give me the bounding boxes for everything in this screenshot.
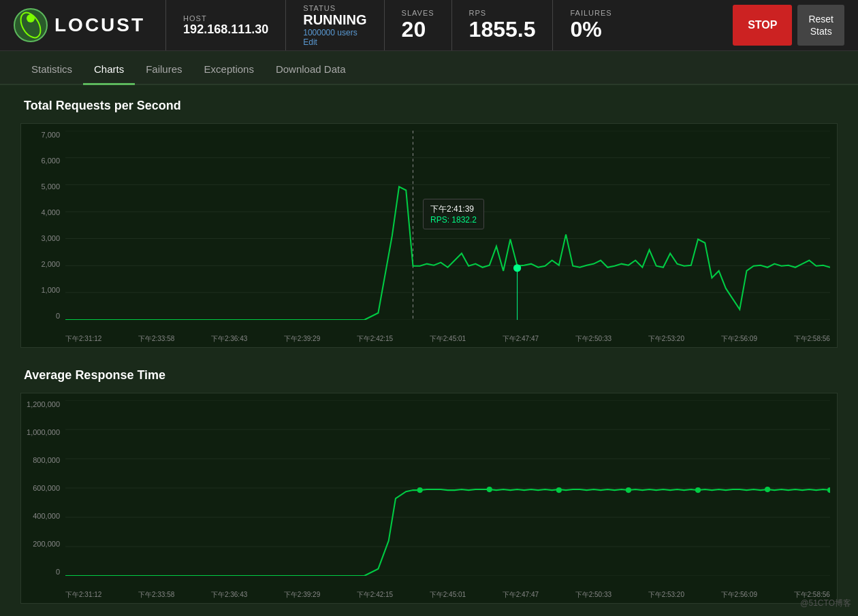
slaves-label: SLAVES bbox=[402, 9, 434, 17]
art-y-axis: 1,200,000 1,000,000 800,000 600,000 400,… bbox=[21, 400, 65, 576]
svg-point-23 bbox=[556, 487, 562, 493]
failures-stat: FAILURES 0% bbox=[552, 0, 629, 50]
stop-button[interactable]: STOP bbox=[733, 5, 792, 46]
header-stats: HOST 192.168.111.30 STATUS RUNNING 10000… bbox=[165, 0, 733, 50]
logo-icon bbox=[14, 8, 48, 42]
status-stat: STATUS RUNNING 1000000 users Edit bbox=[285, 0, 383, 50]
reset-button[interactable]: ResetStats bbox=[797, 5, 844, 46]
tab-statistics[interactable]: Statistics bbox=[20, 55, 83, 85]
host-stat: HOST 192.168.111.30 bbox=[165, 0, 285, 50]
svg-point-25 bbox=[695, 487, 701, 493]
status-users: 1000000 users bbox=[303, 28, 366, 37]
slaves-stat: SLAVES 20 bbox=[384, 0, 451, 50]
rps-value: 1855.5 bbox=[469, 17, 536, 42]
rps-chart-title: Total Requests per Second bbox=[20, 99, 838, 113]
status-value: RUNNING bbox=[303, 12, 366, 28]
failures-value: 0% bbox=[570, 17, 611, 42]
art-x-axis: 下午2:31:12 下午2:33:58 下午2:36:43 下午2:39:29 … bbox=[65, 590, 830, 600]
rps-chart-container: Total Requests per Second 7,000 6,000 5,… bbox=[20, 99, 838, 348]
nav-bar: Statistics Charts Failures Exceptions Do… bbox=[0, 51, 858, 85]
art-chart-wrapper: 1,200,000 1,000,000 800,000 600,000 400,… bbox=[20, 393, 838, 604]
tab-failures[interactable]: Failures bbox=[135, 55, 193, 85]
tab-download[interactable]: Download Data bbox=[265, 55, 357, 85]
rps-label: RPS bbox=[469, 9, 536, 17]
tab-charts[interactable]: Charts bbox=[83, 55, 135, 85]
rps-stat: RPS 1855.5 bbox=[451, 0, 553, 50]
logo-area: LOCUST bbox=[14, 8, 145, 42]
svg-point-24 bbox=[626, 487, 631, 493]
tab-exceptions[interactable]: Exceptions bbox=[193, 55, 265, 85]
host-label: HOST bbox=[183, 14, 268, 22]
slaves-value: 20 bbox=[402, 17, 434, 42]
charts-area: Total Requests per Second 7,000 6,000 5,… bbox=[0, 85, 858, 616]
header-buttons: STOP ResetStats bbox=[733, 5, 844, 46]
art-chart-svg bbox=[65, 400, 830, 576]
logo-text: LOCUST bbox=[54, 14, 145, 36]
rps-chart-wrapper: 7,000 6,000 5,000 4,000 3,000 2,000 1,00… bbox=[20, 123, 838, 348]
art-chart-title: Average Response Time bbox=[20, 368, 838, 383]
tooltip-time: 下午2:41:39 bbox=[430, 204, 477, 215]
host-value: 192.168.111.30 bbox=[183, 22, 268, 37]
header: LOCUST HOST 192.168.111.30 STATUS RUNNIN… bbox=[0, 0, 858, 51]
status-label: STATUS bbox=[303, 4, 366, 12]
rps-x-axis: 下午2:31:12 下午2:33:58 下午2:36:43 下午2:39:29 … bbox=[65, 334, 830, 344]
svg-point-22 bbox=[487, 487, 492, 492]
failures-label: FAILURES bbox=[570, 9, 611, 17]
tooltip-value: RPS: 1832.2 bbox=[430, 215, 477, 225]
watermark: @51CTO博客 bbox=[800, 598, 851, 609]
art-chart-container: Average Response Time 1,200,000 1,000,00… bbox=[20, 368, 838, 604]
edit-link[interactable]: Edit bbox=[303, 37, 366, 47]
svg-point-21 bbox=[417, 487, 423, 493]
rps-tooltip: 下午2:41:39 RPS: 1832.2 bbox=[423, 199, 484, 229]
svg-point-2 bbox=[27, 14, 35, 22]
svg-point-26 bbox=[765, 487, 770, 492]
rps-y-axis: 7,000 6,000 5,000 4,000 3,000 2,000 1,00… bbox=[21, 131, 65, 320]
